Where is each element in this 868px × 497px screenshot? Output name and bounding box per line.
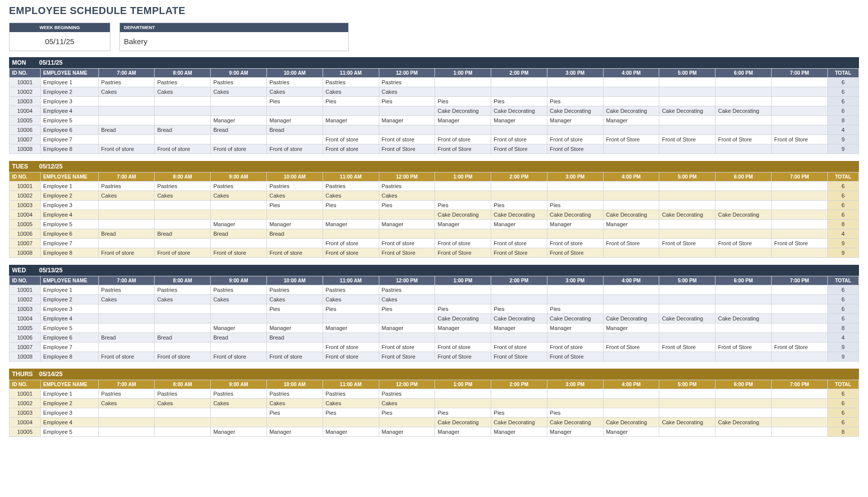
cell-shift[interactable]: [771, 314, 827, 323]
cell-shift[interactable]: Front of store: [323, 135, 379, 144]
cell-shift[interactable]: Cakes: [323, 295, 379, 304]
cell-shift[interactable]: Cakes: [211, 87, 267, 97]
cell-shift[interactable]: [435, 182, 491, 191]
cell-shift[interactable]: Pies: [379, 201, 435, 210]
cell-shift[interactable]: Manager: [266, 427, 323, 437]
cell-shift[interactable]: Manager: [603, 220, 659, 229]
cell-shift[interactable]: [547, 229, 603, 239]
cell-shift[interactable]: Pies: [491, 97, 547, 106]
cell-shift[interactable]: [491, 399, 547, 408]
cell-shift[interactable]: [547, 295, 603, 304]
cell-shift[interactable]: [771, 295, 827, 304]
cell-shift[interactable]: [491, 285, 547, 295]
cell-shift[interactable]: Pastries: [266, 285, 323, 295]
cell-shift[interactable]: [603, 399, 659, 408]
cell-shift[interactable]: Cake Decorating: [715, 210, 772, 220]
cell-shift[interactable]: Pastries: [323, 389, 379, 399]
cell-shift[interactable]: [603, 191, 659, 201]
cell-shift[interactable]: [98, 116, 155, 125]
cell-shift[interactable]: Front of Store: [379, 248, 435, 258]
cell-shift[interactable]: Pies: [379, 408, 435, 418]
cell-shift[interactable]: Pies: [266, 201, 323, 210]
cell-shift[interactable]: Manager: [547, 323, 603, 333]
cell-shift[interactable]: Bread: [155, 229, 211, 239]
cell-shift[interactable]: Pastries: [323, 182, 379, 191]
cell-shift[interactable]: Manager: [323, 427, 379, 437]
cell-shift[interactable]: Cake Decorating: [491, 418, 547, 427]
cell-shift[interactable]: Cake Decorating: [435, 210, 491, 220]
cell-shift[interactable]: Pies: [547, 97, 603, 106]
cell-shift[interactable]: Front of Store: [379, 144, 435, 154]
cell-shift[interactable]: Cake Decorating: [547, 106, 603, 116]
cell-shift[interactable]: Cakes: [98, 87, 155, 97]
cell-shift[interactable]: [659, 352, 715, 362]
cell-shift[interactable]: Manager: [603, 323, 659, 333]
cell-shift[interactable]: Bread: [211, 229, 267, 239]
cell-shift[interactable]: Cake Decorating: [659, 314, 715, 323]
cell-shift[interactable]: [659, 427, 715, 437]
cell-shift[interactable]: Pies: [379, 304, 435, 314]
cell-shift[interactable]: [547, 399, 603, 408]
cell-shift[interactable]: [715, 389, 772, 399]
cell-shift[interactable]: [435, 295, 491, 304]
cell-shift[interactable]: Front of Store: [715, 135, 772, 144]
cell-shift[interactable]: [603, 248, 659, 258]
cell-shift[interactable]: Bread: [211, 125, 267, 135]
cell-shift[interactable]: [771, 220, 827, 229]
cell-shift[interactable]: Front of Store: [379, 352, 435, 362]
cell-shift[interactable]: Pastries: [379, 78, 435, 87]
cell-shift[interactable]: Front of store: [266, 144, 323, 154]
cell-shift[interactable]: [98, 97, 155, 106]
cell-shift[interactable]: [155, 97, 211, 106]
cell-shift[interactable]: Cakes: [211, 399, 267, 408]
cell-shift[interactable]: [547, 389, 603, 399]
cell-shift[interactable]: [435, 389, 491, 399]
cell-shift[interactable]: Front of Store: [603, 239, 659, 248]
cell-shift[interactable]: [715, 78, 772, 87]
cell-shift[interactable]: Cake Decorating: [491, 314, 547, 323]
cell-shift[interactable]: [715, 352, 772, 362]
cell-shift[interactable]: [266, 418, 323, 427]
cell-shift[interactable]: [603, 333, 659, 343]
cell-shift[interactable]: Pastries: [379, 285, 435, 295]
cell-shift[interactable]: Manager: [547, 116, 603, 125]
cell-shift[interactable]: Pies: [266, 408, 323, 418]
cell-shift[interactable]: [771, 106, 827, 116]
cell-shift[interactable]: [771, 144, 827, 154]
cell-shift[interactable]: Front of store: [491, 239, 547, 248]
cell-shift[interactable]: Pies: [547, 408, 603, 418]
cell-shift[interactable]: Manager: [547, 427, 603, 437]
cell-shift[interactable]: [659, 97, 715, 106]
cell-shift[interactable]: Cakes: [211, 191, 267, 201]
cell-shift[interactable]: [771, 389, 827, 399]
cell-shift[interactable]: Pies: [266, 304, 323, 314]
cell-shift[interactable]: [155, 220, 211, 229]
cell-shift[interactable]: Front of store: [211, 248, 267, 258]
cell-shift[interactable]: [491, 333, 547, 343]
cell-shift[interactable]: [659, 285, 715, 295]
cell-shift[interactable]: Pastries: [211, 285, 267, 295]
cell-shift[interactable]: Cakes: [323, 191, 379, 201]
cell-shift[interactable]: Cakes: [155, 191, 211, 201]
cell-shift[interactable]: Bread: [266, 229, 323, 239]
cell-shift[interactable]: [435, 87, 491, 97]
cell-shift[interactable]: Pastries: [211, 389, 267, 399]
cell-shift[interactable]: [211, 239, 267, 248]
cell-shift[interactable]: [603, 295, 659, 304]
cell-shift[interactable]: [603, 352, 659, 362]
cell-shift[interactable]: [211, 314, 267, 323]
cell-shift[interactable]: Pastries: [155, 389, 211, 399]
cell-shift[interactable]: [771, 116, 827, 125]
cell-shift[interactable]: [715, 333, 772, 343]
cell-shift[interactable]: Front of Store: [659, 343, 715, 352]
cell-shift[interactable]: Front of Store: [603, 135, 659, 144]
cell-shift[interactable]: Pies: [323, 97, 379, 106]
cell-shift[interactable]: [491, 295, 547, 304]
cell-shift[interactable]: Front of store: [435, 135, 491, 144]
cell-shift[interactable]: Manager: [603, 116, 659, 125]
cell-shift[interactable]: [491, 182, 547, 191]
cell-shift[interactable]: Manager: [491, 220, 547, 229]
cell-shift[interactable]: Front of store: [547, 343, 603, 352]
cell-shift[interactable]: [659, 182, 715, 191]
cell-shift[interactable]: Cake Decorating: [659, 106, 715, 116]
